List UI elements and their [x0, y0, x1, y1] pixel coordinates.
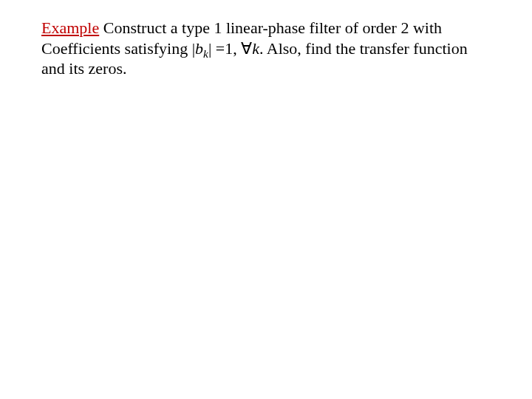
math-b: b — [195, 39, 203, 58]
example-text: Example Construct a type 1 linear-phase … — [41, 18, 502, 79]
math-sub-k: k — [203, 47, 208, 60]
text-line-3: and its zeros. — [41, 59, 126, 78]
text-line-1: Construct a type 1 linear-phase filter o… — [99, 18, 442, 37]
text-line-2b: | =1, — [208, 39, 241, 58]
example-label: Example — [41, 18, 99, 37]
text-line-2a: Coefficients satisfying | — [41, 39, 195, 58]
forall-symbol: ∀ — [241, 39, 252, 58]
math-k: k — [252, 39, 259, 58]
text-line-2c: . Also, find the transfer function — [259, 39, 468, 58]
slide-container: Example Construct a type 1 linear-phase … — [0, 0, 532, 399]
